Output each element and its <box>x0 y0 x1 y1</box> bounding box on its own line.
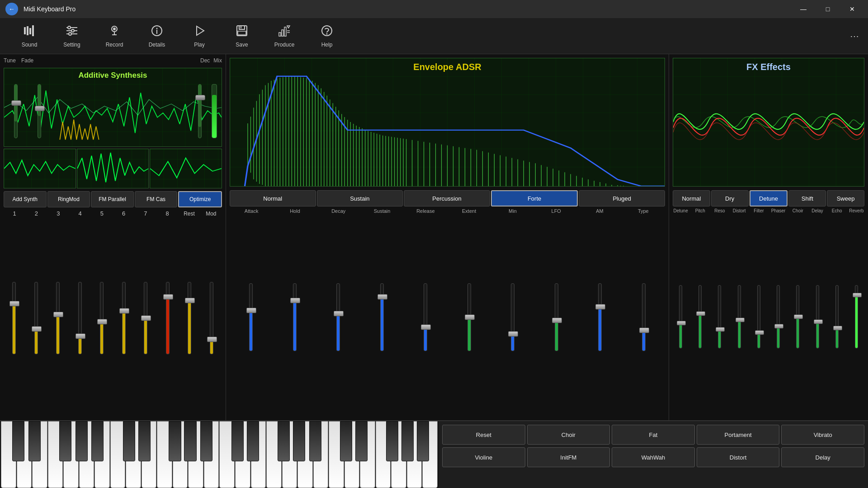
back-button[interactable]: ← <box>5 3 18 15</box>
release-slider[interactable] <box>421 324 431 330</box>
toolbar-help[interactable]: Help <box>307 20 347 52</box>
ch6-slider[interactable] <box>119 308 129 314</box>
piano-key-black[interactable] <box>184 421 196 461</box>
piano-key-black[interactable] <box>28 421 41 461</box>
app-title: Midi Keyboard Pro <box>24 5 75 13</box>
echo-slider[interactable] <box>833 326 842 330</box>
lfo-slider[interactable] <box>552 318 562 323</box>
decay-label: Decay <box>317 208 360 214</box>
fm-parallel-button[interactable]: FM Parallel <box>91 191 134 207</box>
fx-dry-button[interactable]: Dry <box>711 190 749 206</box>
filter-slider[interactable] <box>755 330 764 335</box>
piano-key-black[interactable] <box>75 421 88 461</box>
type-slider[interactable] <box>639 328 649 333</box>
distort-slider[interactable] <box>736 318 745 322</box>
ch1-slider[interactable] <box>9 301 19 306</box>
preset-violine-button[interactable]: Violine <box>442 447 525 467</box>
choir-slider[interactable] <box>794 314 803 319</box>
pitch-slider[interactable] <box>696 311 705 316</box>
rest-slider[interactable] <box>185 298 195 303</box>
preset-delay-button[interactable]: Delay <box>781 447 864 467</box>
toolbar-record[interactable]: Record <box>94 20 135 52</box>
piano-key-black[interactable] <box>138 421 151 461</box>
fm-cas-button[interactable]: FM Cas <box>135 191 178 207</box>
decay-slider[interactable] <box>334 311 344 316</box>
optimize-button[interactable]: Optimize <box>178 191 222 207</box>
ch4-slider[interactable] <box>75 333 85 339</box>
piano-key-black[interactable] <box>309 421 321 461</box>
piano-key-black[interactable] <box>293 421 305 461</box>
piano-key-black[interactable] <box>169 421 181 461</box>
piano-key-black[interactable] <box>59 421 71 461</box>
piano-key-black[interactable] <box>355 421 368 461</box>
close-button[interactable]: ✕ <box>842 2 863 16</box>
sustain-slider[interactable] <box>377 294 387 300</box>
preset-vibrato-button[interactable]: Vibrato <box>781 425 864 445</box>
piano-key-black[interactable] <box>231 421 244 461</box>
reso-slider[interactable] <box>716 327 725 332</box>
fx-detune-button[interactable]: Detune <box>750 190 788 206</box>
attack-slider[interactable] <box>246 308 256 313</box>
reverb-slider[interactable] <box>853 293 862 297</box>
fx-shift-button[interactable]: Shift <box>788 190 826 206</box>
env-pluged-button[interactable]: Pluged <box>579 190 665 206</box>
piano-key-black[interactable] <box>12 421 24 461</box>
maximize-button[interactable]: □ <box>817 2 838 16</box>
env-forte-button[interactable]: Forte <box>491 190 578 206</box>
am-slider[interactable] <box>595 304 605 310</box>
piano-key-black[interactable] <box>340 421 352 461</box>
delay-slider[interactable] <box>814 319 823 324</box>
title-bar: ← Midi Keyboard Pro — □ ✕ <box>0 0 868 18</box>
piano-key-black[interactable] <box>386 421 398 461</box>
ch-label-2: 2 <box>25 210 47 217</box>
add-synth-button[interactable]: Add Synth <box>4 191 47 207</box>
min-slider[interactable] <box>508 331 518 337</box>
ch3-slider[interactable] <box>53 312 63 317</box>
svg-rect-20 <box>238 31 246 35</box>
piano-key-black[interactable] <box>401 421 414 461</box>
minimize-button[interactable]: — <box>793 2 814 16</box>
detune-slider[interactable] <box>677 321 686 325</box>
toolbar-details[interactable]: Details <box>137 20 177 52</box>
piano-key-black[interactable] <box>91 421 104 461</box>
preset-wahwah-button[interactable]: WahWah <box>612 447 695 467</box>
toolbar-produce[interactable]: Produce <box>264 20 305 52</box>
ringmod-button[interactable]: RingMod <box>47 191 90 207</box>
phaser-label: Phaser <box>769 208 788 213</box>
extent-slider[interactable] <box>465 314 475 320</box>
toolbar-play[interactable]: Play <box>179 20 220 52</box>
dec-slider-thumb[interactable] <box>195 95 205 100</box>
piano-key-black[interactable] <box>200 421 212 461</box>
ch2-slider[interactable] <box>32 326 42 332</box>
svg-point-11 <box>113 28 116 30</box>
env-sustain-button[interactable]: Sustain <box>317 190 403 206</box>
piano-key-black[interactable] <box>417 421 429 461</box>
hold-slider[interactable] <box>290 298 300 303</box>
piano-key-black[interactable] <box>123 421 135 461</box>
tune-slider-thumb[interactable] <box>11 100 21 106</box>
preset-fat-button[interactable]: Fat <box>612 425 695 445</box>
piano-key-black[interactable] <box>278 421 290 461</box>
env-normal-button[interactable]: Normal <box>230 190 316 206</box>
ch5-slider[interactable] <box>97 319 107 324</box>
env-percussion-button[interactable]: Percussion <box>404 190 490 206</box>
attack-label: Attack <box>230 208 273 214</box>
fx-normal-button[interactable]: Normal <box>673 190 710 206</box>
phaser-slider[interactable] <box>774 324 783 328</box>
toolbar-sound[interactable]: Sound <box>9 20 50 52</box>
fade-slider-thumb[interactable] <box>35 106 45 111</box>
ch7-slider[interactable] <box>141 315 151 321</box>
fx-sweep-button[interactable]: Sweep <box>827 190 864 206</box>
mod-slider[interactable] <box>207 337 217 342</box>
echo-label: Echo <box>827 208 847 213</box>
preset-choir-button[interactable]: Choir <box>527 425 610 445</box>
toolbar-save[interactable]: Save <box>222 20 262 52</box>
more-button[interactable]: ⋯ <box>850 31 859 42</box>
toolbar-setting[interactable]: Setting <box>52 20 92 52</box>
preset-portament-button[interactable]: Portament <box>697 425 780 445</box>
ch8-slider[interactable] <box>163 294 173 300</box>
preset-reset-button[interactable]: Reset <box>442 425 525 445</box>
preset-initfm-button[interactable]: InitFM <box>527 447 610 467</box>
preset-distort-button[interactable]: Distort <box>697 447 780 467</box>
piano-key-black[interactable] <box>247 421 259 461</box>
